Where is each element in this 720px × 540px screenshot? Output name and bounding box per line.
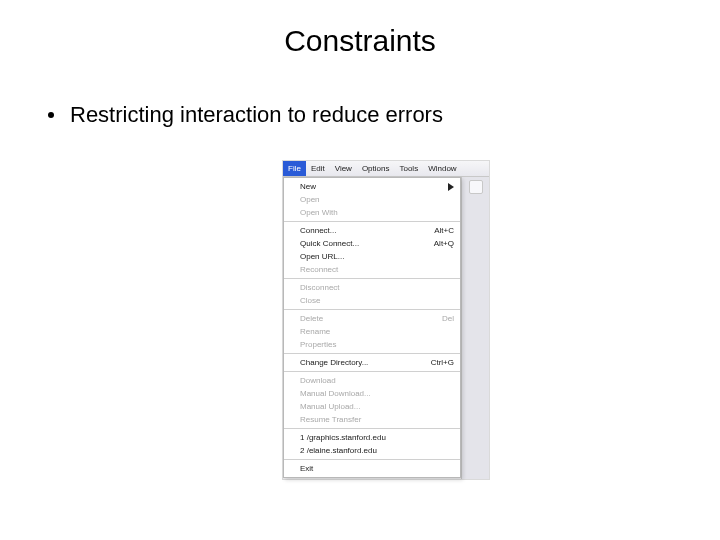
menu-item-manual-upload: Manual Upload... <box>284 400 460 413</box>
menu-item-open-with: Open With <box>284 206 460 219</box>
menu-item-label: Change Directory... <box>300 358 425 367</box>
menu-item-2-elaine-stanford-edu[interactable]: 2 /elaine.stanford.edu <box>284 444 460 457</box>
menu-item-label: Open <box>300 195 454 204</box>
menu-group: 1 /graphics.stanford.edu2 /elaine.stanfo… <box>284 429 460 460</box>
menubar-item-file[interactable]: File <box>283 161 306 176</box>
menu-item-shortcut: Ctrl+G <box>431 358 454 367</box>
menu-group: DownloadManual Download...Manual Upload.… <box>284 372 460 429</box>
menubar-item-window[interactable]: Window <box>423 161 461 176</box>
menu-item-label: Connect... <box>300 226 428 235</box>
menu-item-label: Exit <box>300 464 454 473</box>
menu-item-exit[interactable]: Exit <box>284 462 460 475</box>
bullet-dot <box>48 112 54 118</box>
menu-group: Connect...Alt+CQuick Connect...Alt+QOpen… <box>284 222 460 279</box>
menu-item-shortcut: Alt+Q <box>434 239 454 248</box>
slide-title: Constraints <box>0 0 720 58</box>
chevron-right-icon <box>448 183 454 191</box>
menu-item-label: Quick Connect... <box>300 239 428 248</box>
file-menu: NewOpenOpen WithConnect...Alt+CQuick Con… <box>283 177 461 478</box>
menu-item-manual-download: Manual Download... <box>284 387 460 400</box>
menu-item-close: Close <box>284 294 460 307</box>
menu-item-rename: Rename <box>284 325 460 338</box>
menu-item-quick-connect[interactable]: Quick Connect...Alt+Q <box>284 237 460 250</box>
menu-item-label: Rename <box>300 327 454 336</box>
menu-item-resume-transfer: Resume Transfer <box>284 413 460 426</box>
menu-group: Exit <box>284 460 460 477</box>
menu-group: DisconnectClose <box>284 279 460 310</box>
menu-item-shortcut: Del <box>442 314 454 323</box>
toolbar-strip <box>461 177 489 479</box>
bullet-line: Restricting interaction to reduce errors <box>0 102 720 128</box>
menu-item-label: Reconnect <box>300 265 454 274</box>
menu-item-label: New <box>300 182 448 191</box>
menu-item-label: Download <box>300 376 454 385</box>
menu-item-reconnect: Reconnect <box>284 263 460 276</box>
screenshot-embed: FileEditViewOptionsToolsWindow NewOpenOp… <box>282 160 490 480</box>
menu-item-open-url[interactable]: Open URL... <box>284 250 460 263</box>
menu-item-connect[interactable]: Connect...Alt+C <box>284 224 460 237</box>
menu-item-disconnect: Disconnect <box>284 281 460 294</box>
menu-item-1-graphics-stanford-edu[interactable]: 1 /graphics.stanford.edu <box>284 431 460 444</box>
menu-item-label: Open With <box>300 208 454 217</box>
toolbar-icon <box>469 180 483 194</box>
menu-item-label: Properties <box>300 340 454 349</box>
svg-marker-0 <box>448 183 454 191</box>
menu-item-label: Open URL... <box>300 252 454 261</box>
menu-item-shortcut: Alt+C <box>434 226 454 235</box>
menubar-item-options[interactable]: Options <box>357 161 395 176</box>
menu-item-properties: Properties <box>284 338 460 351</box>
menu-item-label: Disconnect <box>300 283 454 292</box>
menu-bar: FileEditViewOptionsToolsWindow <box>283 161 489 177</box>
slide: Constraints Restricting interaction to r… <box>0 0 720 540</box>
menu-item-change-directory[interactable]: Change Directory...Ctrl+G <box>284 356 460 369</box>
menu-item-open: Open <box>284 193 460 206</box>
menubar-item-edit[interactable]: Edit <box>306 161 330 176</box>
menubar-item-view[interactable]: View <box>330 161 357 176</box>
menu-item-delete: DeleteDel <box>284 312 460 325</box>
menu-item-label: 1 /graphics.stanford.edu <box>300 433 454 442</box>
menubar-item-tools[interactable]: Tools <box>394 161 423 176</box>
menu-item-label: 2 /elaine.stanford.edu <box>300 446 454 455</box>
menu-item-label: Resume Transfer <box>300 415 454 424</box>
menu-item-new[interactable]: New <box>284 180 460 193</box>
menu-item-label: Manual Download... <box>300 389 454 398</box>
menu-group: Change Directory...Ctrl+G <box>284 354 460 372</box>
menu-item-label: Close <box>300 296 454 305</box>
menu-group: NewOpenOpen With <box>284 178 460 222</box>
menu-item-download: Download <box>284 374 460 387</box>
menu-item-label: Manual Upload... <box>300 402 454 411</box>
menu-group: DeleteDelRenameProperties <box>284 310 460 354</box>
menu-item-label: Delete <box>300 314 436 323</box>
bullet-text: Restricting interaction to reduce errors <box>70 102 443 128</box>
